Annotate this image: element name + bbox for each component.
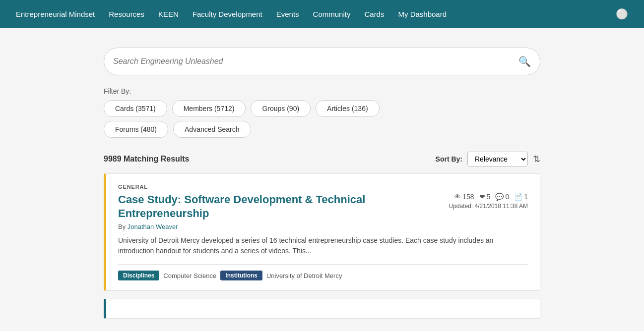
tag-institutions-label: Institutions	[220, 271, 262, 280]
card-author: By Jonathan Weaver	[118, 223, 528, 230]
search-bar: 🔍	[104, 48, 540, 75]
main-nav: Entrepreneurial Mindset Resources KEEN F…	[0, 0, 644, 28]
nav-entrepreneurial-mindset[interactable]: Entrepreneurial Mindset	[16, 10, 95, 18]
likes-icon: ❤	[479, 193, 485, 201]
nav-resources[interactable]: Resources	[109, 10, 144, 18]
card-divider	[118, 264, 528, 265]
sort-controls: Sort By: Relevance Newest Oldest Most Vi…	[436, 152, 540, 166]
card-comments: 💬 0	[495, 193, 509, 201]
card-author-link[interactable]: Jonathan Weaver	[128, 223, 178, 230]
filter-buttons: Cards (3571) Members (5712) Groups (90) …	[104, 100, 540, 117]
card-title-row: Case Study: Software Development & Techn…	[118, 193, 528, 220]
views-count: 158	[462, 193, 474, 201]
likes-count: 5	[487, 193, 491, 201]
comments-count: 0	[505, 193, 509, 201]
result-card-1: GENERAL Case Study: Software Development…	[104, 173, 540, 291]
card-stats: 👁 158 ❤ 5 💬 0 📄 1	[454, 193, 528, 201]
card-tags: Disciplines Computer Science Institution…	[118, 271, 528, 280]
attachments-count: 1	[524, 193, 528, 201]
search-icon[interactable]: 🔍	[518, 55, 531, 67]
filter-members-button[interactable]: Members (5712)	[172, 100, 246, 117]
attachments-icon: 📄	[514, 193, 522, 201]
nav-search-icon[interactable]: ⚪	[616, 8, 628, 20]
filter-label: Filter By:	[104, 87, 540, 95]
nav-faculty-development[interactable]: Faculty Development	[193, 10, 262, 18]
comments-icon: 💬	[495, 193, 504, 201]
filter-forums-button[interactable]: Forums (480)	[104, 121, 168, 138]
tag-disciplines-label: Disciplines	[118, 271, 159, 280]
tag-institutions-value: University of Detroit Mercy	[266, 272, 342, 279]
card-likes: ❤ 5	[479, 193, 491, 201]
card-description: University of Detroit Mercy developed a …	[118, 235, 528, 256]
card-category: GENERAL	[118, 184, 528, 190]
filter-groups-button[interactable]: Groups (90)	[251, 100, 311, 117]
nav-keen[interactable]: KEEN	[158, 10, 179, 18]
result-card-2-partial	[104, 299, 540, 319]
card-updated: Updated: 4/21/2018 11:38 AM	[449, 203, 528, 210]
card-views: 👁 158	[454, 193, 474, 201]
card-meta: 👁 158 ❤ 5 💬 0 📄 1 U	[449, 193, 528, 210]
main-content: 🔍 Filter By: Cards (3571) Members (5712)…	[94, 28, 550, 331]
sort-select[interactable]: Relevance Newest Oldest Most Viewed	[467, 152, 528, 166]
filter-advanced-search-button[interactable]: Advanced Search	[173, 121, 251, 138]
filter-cards-button[interactable]: Cards (3571)	[104, 100, 167, 117]
nav-my-dashboard[interactable]: My Dashboard	[398, 10, 447, 18]
sort-label: Sort By:	[436, 155, 462, 163]
results-header: 9989 Matching Results Sort By: Relevance…	[104, 152, 540, 166]
card-title[interactable]: Case Study: Software Development & Techn…	[118, 193, 396, 220]
filter-buttons-row2: Forums (480) Advanced Search	[104, 121, 540, 138]
views-icon: 👁	[454, 193, 461, 201]
search-input[interactable]	[113, 57, 518, 66]
nav-events[interactable]: Events	[276, 10, 299, 18]
nav-community[interactable]: Community	[313, 10, 351, 18]
sort-order-icon[interactable]: ⇅	[533, 154, 540, 165]
tag-disciplines-value: Computer Science	[163, 272, 216, 279]
nav-cards[interactable]: Cards	[364, 10, 384, 18]
card-attachments: 📄 1	[514, 193, 528, 201]
filter-articles-button[interactable]: Articles (136)	[316, 100, 379, 117]
results-count: 9989 Matching Results	[104, 155, 190, 164]
